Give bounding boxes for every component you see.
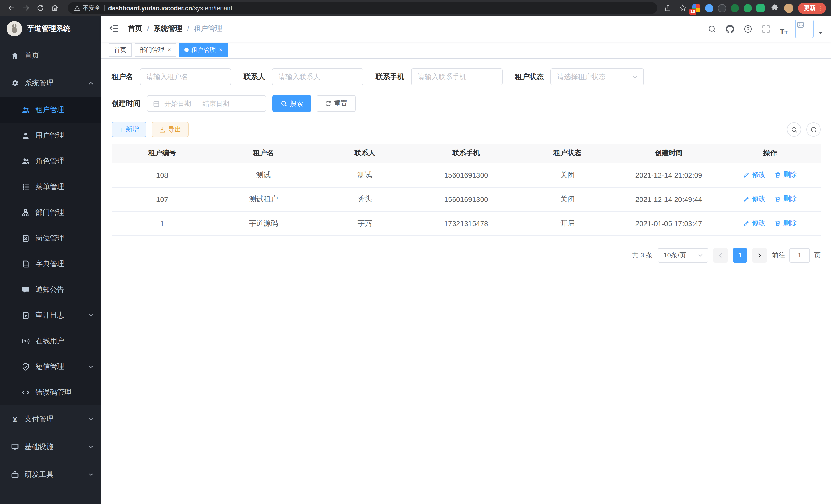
extension-icon-colorful[interactable]: 10 xyxy=(692,4,700,12)
sidebar-item-audit-log[interactable]: 审计日志 xyxy=(0,303,101,328)
sidebar-item-label: 部门管理 xyxy=(35,208,64,217)
cell-actions: 修改 删除 xyxy=(719,187,821,211)
sidebar-collapse-icon[interactable] xyxy=(109,23,120,34)
edit-link[interactable]: 修改 xyxy=(743,218,766,228)
search-button[interactable]: 搜索 xyxy=(273,95,311,112)
sidebar-item-error-code[interactable]: 错误码管理 xyxy=(0,380,101,405)
url-domain: dashboard.yudao.iocoder.cn xyxy=(108,4,192,11)
table-header-row: 租户编号 租户名 联系人 联系手机 租户状态 创建时间 操作 xyxy=(112,144,821,163)
sidebar: 芋道管理系统 首页 系统管理 租户管理 用户管理 xyxy=(0,16,101,504)
goto-page-input[interactable] xyxy=(790,248,810,262)
reset-button[interactable]: 重置 xyxy=(317,95,355,112)
phone-input[interactable] xyxy=(411,68,503,85)
calendar-icon xyxy=(153,100,160,107)
search-icon xyxy=(281,100,287,107)
tab-tenant[interactable]: 租户管理× xyxy=(179,43,228,57)
delete-link[interactable]: 删除 xyxy=(775,218,797,228)
search-icon[interactable] xyxy=(705,22,718,35)
filter-label: 租户状态 xyxy=(515,72,544,82)
sidebar-item-dept[interactable]: 部门管理 xyxy=(0,200,101,226)
date-separator: - xyxy=(196,100,198,108)
user-avatar[interactable] xyxy=(795,20,813,38)
sidebar-item-payment[interactable]: ¥ 支付管理 xyxy=(0,405,101,433)
close-icon[interactable]: × xyxy=(168,46,171,53)
cell-status: 关闭 xyxy=(517,187,618,211)
pencil-icon xyxy=(743,172,750,178)
date-range-picker[interactable]: 开始日期 - 结束日期 xyxy=(147,95,266,112)
tab-dept[interactable]: 部门管理× xyxy=(135,43,176,57)
help-icon[interactable] xyxy=(741,22,754,35)
extensions-puzzle-icon[interactable] xyxy=(769,3,780,13)
browser-update-button[interactable]: 更新⋮ xyxy=(798,2,826,13)
sidebar-item-system[interactable]: 系统管理 xyxy=(0,69,101,97)
bookmark-star-icon[interactable] xyxy=(677,3,688,13)
sidebar-item-user[interactable]: 用户管理 xyxy=(0,123,101,148)
cell-actions: 修改 删除 xyxy=(719,211,821,235)
extension-icon-blue[interactable] xyxy=(705,4,713,12)
page-number-button[interactable]: 1 xyxy=(733,248,747,262)
sidebar-item-sms[interactable]: 短信管理 xyxy=(0,354,101,380)
toggle-search-button[interactable] xyxy=(787,122,801,137)
sidebar-item-dict[interactable]: 字典管理 xyxy=(0,251,101,277)
sidebar-item-dev-tools[interactable]: 研发工具 xyxy=(0,461,101,488)
browser-back-button[interactable] xyxy=(5,2,18,14)
page-size-select[interactable]: 10条/页 xyxy=(658,248,708,262)
sidebar-item-infra[interactable]: 基础设施 xyxy=(0,433,101,461)
caret-down-icon[interactable] xyxy=(818,30,823,35)
refresh-icon xyxy=(325,100,332,107)
sidebar-item-post[interactable]: 岗位管理 xyxy=(0,226,101,251)
warning-icon xyxy=(74,5,80,11)
tab-label: 部门管理 xyxy=(140,46,165,54)
delete-link[interactable]: 删除 xyxy=(775,170,797,180)
refresh-table-button[interactable] xyxy=(806,122,821,137)
breadcrumb-current: 租户管理 xyxy=(194,24,223,33)
sidebar-item-label: 系统管理 xyxy=(25,79,53,88)
sidebar-submenu-system: 租户管理 用户管理 角色管理 菜单管理 部门管理 xyxy=(0,97,101,405)
sidebar-item-tenant[interactable]: 租户管理 xyxy=(0,97,101,123)
breadcrumb-section[interactable]: 系统管理 xyxy=(154,24,182,33)
prev-page-button[interactable] xyxy=(713,248,728,262)
sidebar-item-notice[interactable]: 通知公告 xyxy=(0,277,101,303)
status-select[interactable]: 请选择租户状态 xyxy=(550,68,644,85)
extension-icon-dark-green[interactable] xyxy=(731,4,739,12)
tab-label: 首页 xyxy=(114,46,126,54)
sidebar-item-label: 菜单管理 xyxy=(35,182,64,191)
message-icon xyxy=(22,286,30,294)
sidebar-item-role[interactable]: 角色管理 xyxy=(0,148,101,174)
edit-link[interactable]: 修改 xyxy=(743,170,766,180)
sidebar-item-home[interactable]: 首页 xyxy=(0,41,101,69)
sidebar-item-label: 在线用户 xyxy=(35,336,64,346)
column-header: 联系手机 xyxy=(416,144,517,163)
browser-home-button[interactable] xyxy=(48,2,61,14)
browser-profile-avatar[interactable] xyxy=(784,3,794,12)
browser-forward-button[interactable] xyxy=(20,2,32,14)
sidebar-item-online-user[interactable]: 在线用户 xyxy=(0,328,101,354)
browser-reload-button[interactable] xyxy=(34,2,46,14)
sidebar-item-menu[interactable]: 菜单管理 xyxy=(0,174,101,200)
breadcrumb-home[interactable]: 首页 xyxy=(128,24,142,33)
cell-status: 关闭 xyxy=(517,163,618,187)
fullscreen-icon[interactable] xyxy=(759,22,772,35)
delete-link[interactable]: 删除 xyxy=(775,195,797,204)
extension-icon-green[interactable] xyxy=(744,4,752,12)
edit-link[interactable]: 修改 xyxy=(743,195,766,204)
github-icon[interactable] xyxy=(723,22,737,35)
address-bar[interactable]: 不安全 dashboard.yudao.iocoder.cn/system/te… xyxy=(68,2,657,14)
share-icon[interactable] xyxy=(662,3,673,13)
sidebar-logo[interactable]: 芋道管理系统 xyxy=(0,16,101,41)
add-button[interactable]: +新增 xyxy=(112,122,146,137)
export-button[interactable]: 导出 xyxy=(152,122,189,137)
extension-badge: 10 xyxy=(689,8,696,14)
tab-home[interactable]: 首页 xyxy=(109,43,132,57)
close-icon[interactable]: × xyxy=(219,46,223,53)
contact-input[interactable] xyxy=(272,68,363,85)
security-chip[interactable]: 不安全 xyxy=(74,4,101,12)
extension-icon-green-square[interactable] xyxy=(756,4,765,12)
pencil-icon xyxy=(743,196,750,202)
delete-label: 删除 xyxy=(783,195,797,204)
extension-icon-dark[interactable] xyxy=(718,4,726,12)
font-size-icon[interactable]: TT xyxy=(777,22,791,35)
tenant-name-input[interactable] xyxy=(140,68,231,85)
browser-menu-icon[interactable]: ⋮ xyxy=(817,4,823,11)
next-page-button[interactable] xyxy=(752,248,767,262)
